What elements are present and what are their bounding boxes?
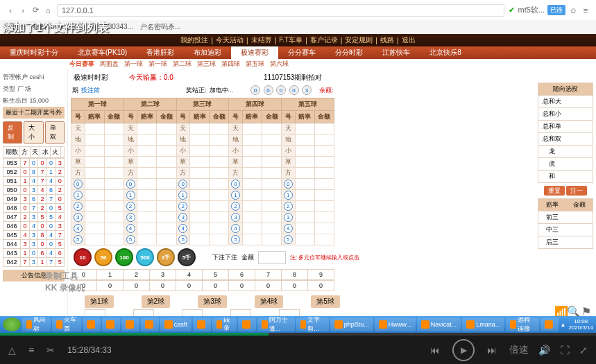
bet-label[interactable]: 0 bbox=[282, 179, 296, 190]
amt-cell[interactable] bbox=[104, 190, 124, 201]
sum-row[interactable]: 总和单 bbox=[538, 120, 593, 133]
num-col[interactable]: 4 bbox=[176, 270, 203, 279]
tray-icon[interactable]: ▲ bbox=[560, 322, 565, 328]
num-col[interactable]: 3 bbox=[150, 270, 176, 279]
chip-500[interactable]: 500 bbox=[136, 248, 154, 266]
taskbar-item[interactable]: 火车票 bbox=[52, 318, 81, 331]
amt-cell[interactable] bbox=[262, 234, 281, 245]
amt-cell[interactable] bbox=[104, 212, 124, 223]
chip-100[interactable]: 100 bbox=[115, 248, 133, 266]
submit-btn[interactable]: 注一 bbox=[566, 186, 587, 196]
amt-cell[interactable] bbox=[157, 123, 176, 135]
bet-label[interactable]: 小 bbox=[71, 146, 85, 157]
bet-label[interactable]: 3 bbox=[282, 212, 296, 223]
nav-tab[interactable]: 香港肝彩 bbox=[137, 46, 184, 59]
amt-cell[interactable] bbox=[104, 201, 124, 212]
amt-cell[interactable] bbox=[104, 123, 124, 135]
user-icon[interactable]: ☺ bbox=[568, 6, 578, 15]
bet-label[interactable]: 3 bbox=[176, 212, 190, 223]
net-icon[interactable]: 📶 bbox=[556, 306, 566, 316]
zoom-icon[interactable]: 🔍 bbox=[569, 306, 579, 316]
conn-badge[interactable]: 已连 bbox=[547, 5, 565, 15]
filter-btn[interactable]: 反制 bbox=[3, 121, 22, 144]
amt-cell[interactable] bbox=[210, 146, 229, 157]
triple-row[interactable]: 后三 bbox=[538, 236, 593, 249]
amt-cell[interactable] bbox=[262, 157, 281, 168]
nav-tab[interactable]: 分分时彩 bbox=[325, 46, 373, 59]
amt-cell[interactable] bbox=[210, 179, 229, 190]
bet-label[interactable]: 5 bbox=[71, 234, 85, 245]
amt-cell[interactable] bbox=[314, 135, 334, 146]
num-col[interactable]: 5 bbox=[203, 270, 229, 279]
amt-cell[interactable] bbox=[210, 234, 229, 245]
subnav-item[interactable]: 第二球 bbox=[173, 60, 191, 69]
bet-label[interactable]: 小 bbox=[229, 146, 243, 157]
btab[interactable]: 第1球 bbox=[85, 295, 114, 308]
sum-row[interactable]: 虎 bbox=[538, 157, 593, 171]
hdr-link[interactable]: 我的投注 bbox=[180, 35, 208, 45]
bet-label[interactable]: 5 bbox=[176, 234, 190, 245]
bet-label[interactable]: 1 bbox=[124, 190, 137, 201]
amt-cell[interactable] bbox=[157, 168, 176, 179]
amt-cell[interactable] bbox=[262, 212, 281, 223]
volume-icon[interactable]: 🔊 bbox=[538, 345, 550, 356]
chip-1k[interactable]: 1千 bbox=[157, 248, 175, 266]
taskbar-item[interactable] bbox=[102, 318, 120, 331]
triple-row[interactable]: 前三 bbox=[538, 211, 593, 224]
bet-label[interactable]: 草 bbox=[71, 157, 85, 168]
amt-cell[interactable] bbox=[314, 157, 334, 168]
bet-label[interactable]: 0 bbox=[176, 179, 190, 190]
taskbar-item[interactable]: 文字剪... bbox=[296, 318, 329, 331]
amt-cell[interactable] bbox=[262, 146, 281, 157]
bet-label[interactable]: 地 bbox=[176, 135, 190, 146]
expand-icon[interactable]: ⛶ bbox=[560, 345, 570, 356]
bet-label[interactable]: 4 bbox=[282, 223, 296, 234]
taskbar-item[interactable] bbox=[83, 318, 101, 331]
bet-label[interactable]: 天 bbox=[176, 123, 190, 135]
bet-label[interactable]: 地 bbox=[124, 135, 137, 146]
bet-label[interactable]: 小 bbox=[124, 146, 137, 157]
bet-label[interactable]: 0 bbox=[71, 179, 85, 190]
bet-label[interactable]: 草 bbox=[124, 157, 137, 168]
hdr-link[interactable]: 线路 bbox=[380, 35, 394, 45]
bet-label[interactable]: 1 bbox=[176, 190, 190, 201]
bet-label[interactable]: 方 bbox=[124, 168, 137, 179]
subnav-item[interactable]: 第四球 bbox=[221, 60, 240, 69]
chip-10[interactable]: 10 bbox=[74, 248, 92, 266]
bet-label[interactable]: 2 bbox=[282, 201, 296, 212]
amt-cell[interactable] bbox=[157, 135, 176, 146]
home-icon[interactable]: ⌂ bbox=[43, 6, 53, 15]
bet-label[interactable]: 方 bbox=[229, 168, 243, 179]
taskbar-item[interactable] bbox=[540, 318, 559, 331]
bet-label[interactable]: 方 bbox=[282, 168, 296, 179]
amt-cell[interactable] bbox=[157, 157, 176, 168]
system-tray[interactable]: ▲ 10:08 2020/3/14 bbox=[560, 318, 593, 331]
sum-row[interactable]: 和 bbox=[538, 170, 593, 183]
bet-amount-input[interactable] bbox=[258, 251, 286, 264]
nav-tab[interactable]: 江苏快车 bbox=[373, 46, 420, 59]
bet-label[interactable]: 0 bbox=[124, 179, 137, 190]
nav-tab[interactable]: 重庆时时彩十分 bbox=[0, 46, 68, 59]
bet-label[interactable]: 天 bbox=[124, 123, 137, 135]
fullscreen-icon[interactable]: ⤢ bbox=[579, 345, 588, 356]
amt-cell[interactable] bbox=[210, 223, 229, 234]
amt-cell[interactable] bbox=[314, 212, 334, 223]
subnav-item[interactable]: 第六球 bbox=[270, 60, 289, 69]
taskbar-item[interactable] bbox=[238, 318, 256, 331]
menu-icon[interactable]: ≡ bbox=[581, 6, 590, 15]
filter-btn[interactable]: 单双 bbox=[45, 121, 65, 144]
amt-cell[interactable] bbox=[262, 223, 281, 234]
amt-cell[interactable] bbox=[157, 190, 176, 201]
btab[interactable]: 第5球 bbox=[311, 295, 340, 308]
triple-row[interactable]: 中三 bbox=[538, 223, 593, 236]
amt-cell[interactable] bbox=[157, 179, 176, 190]
nav-tab-active[interactable]: 极速赛彩 bbox=[231, 46, 278, 59]
amt-cell[interactable] bbox=[314, 123, 334, 135]
hdr-link[interactable]: F.T车单 bbox=[279, 35, 303, 45]
amt-cell[interactable] bbox=[314, 146, 334, 157]
speed-label[interactable]: 倍速 bbox=[509, 344, 529, 356]
sum-row[interactable]: 总和大 bbox=[538, 95, 593, 108]
bet-label[interactable]: 5 bbox=[282, 234, 296, 245]
hdr-link[interactable]: 今天活动 bbox=[216, 35, 244, 45]
subnav-item[interactable]: 第一球 bbox=[124, 60, 143, 69]
